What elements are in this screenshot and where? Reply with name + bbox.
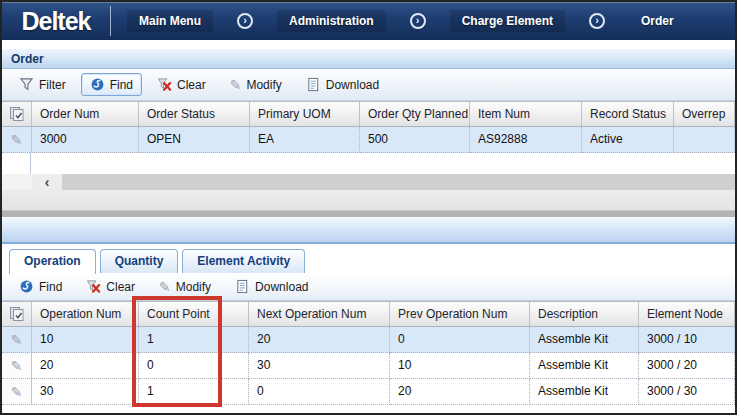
navbar-divider [110, 6, 111, 36]
grid-cell-prev-operation-num: 20 [390, 379, 530, 405]
find-button[interactable]: Find [10, 275, 71, 298]
grid-cell-order-num: 3000 [32, 127, 139, 153]
row-edit-cell[interactable]: ✎ [2, 379, 32, 405]
column-border-line [30, 153, 31, 174]
page-title: Order [11, 52, 44, 66]
grid-cell-operation-num: 30 [32, 379, 139, 405]
column-header-description[interactable]: Description [530, 301, 639, 327]
operation-toolbar: Find Clear ✎ Modify Download [2, 273, 735, 301]
column-header-order-qty-planned[interactable]: Order Qty Planned [360, 101, 470, 127]
filter-icon [19, 77, 34, 92]
grid-cell-count-point: 1 [139, 379, 249, 405]
modify-button[interactable]: ✎ Modify [150, 276, 220, 298]
download-icon [235, 279, 250, 294]
filter-button-label: Filter [39, 78, 66, 92]
find-button-label: Find [110, 78, 133, 92]
grid-cell-next-operation-num: 20 [249, 327, 390, 353]
grid-cell-order-qty-planned: 500 [360, 127, 470, 153]
app-window: Deltek Main Menu › Administration › Char… [0, 0, 737, 415]
modify-pencil-icon: ✎ [159, 280, 171, 294]
order-toolbar: Filter Find Clear ✎ Modify Download [2, 69, 735, 101]
column-header-element-node[interactable]: Element Node [639, 301, 735, 327]
nav-main-menu[interactable]: Main Menu [127, 10, 213, 32]
download-button-label: Download [326, 78, 379, 92]
clear-button[interactable]: Clear [77, 275, 144, 298]
modify-button[interactable]: ✎ Modify [221, 74, 291, 96]
grid-cell-element-node: 3000 / 20 [639, 353, 735, 379]
row-edit-cell[interactable]: ✎ [2, 327, 32, 353]
grid-cell-operation-num: 10 [32, 327, 139, 353]
clear-button-label: Clear [106, 280, 135, 294]
splitter-handle[interactable] [2, 210, 735, 217]
nav-order[interactable]: Order [629, 10, 686, 32]
detail-header-band [2, 217, 735, 244]
find-button[interactable]: Find [81, 73, 142, 96]
column-header-next-operation-num[interactable]: Next Operation Num [249, 301, 390, 327]
column-header-prev-operation-num[interactable]: Prev Operation Num [390, 301, 530, 327]
clear-icon [86, 279, 101, 294]
chevron-circle-icon[interactable]: › [410, 13, 426, 29]
chevron-circle-icon[interactable]: › [237, 13, 253, 29]
column-header-count-point[interactable]: Count Point [139, 301, 249, 327]
grid-cell-description: Assemble Kit [530, 353, 639, 379]
scroll-left-button[interactable]: ‹ [32, 174, 62, 190]
find-icon [19, 279, 34, 294]
clear-button-label: Clear [177, 78, 206, 92]
edit-pencil-icon: ✎ [11, 359, 23, 373]
column-header-item-num[interactable]: Item Num [470, 101, 582, 127]
scrollbar-track[interactable] [62, 174, 735, 190]
download-button[interactable]: Download [297, 73, 388, 96]
grid-cell-description: Assemble Kit [530, 327, 639, 353]
spacer [2, 405, 735, 413]
clear-button[interactable]: Clear [148, 73, 215, 96]
tab-quantity[interactable]: Quantity [100, 249, 179, 273]
tab-operation[interactable]: Operation [9, 249, 96, 274]
filter-button[interactable]: Filter [10, 73, 75, 96]
column-header-record-status[interactable]: Record Status [582, 101, 674, 127]
edit-pencil-icon: ✎ [11, 133, 23, 147]
grid-cell-primary-uom: EA [250, 127, 360, 153]
column-header-operation-num[interactable]: Operation Num [32, 301, 139, 327]
spacer [2, 40, 735, 49]
find-icon [90, 77, 105, 92]
grid-cell-item-num: AS92888 [470, 127, 582, 153]
panel-strip [2, 190, 735, 210]
column-header-order-num[interactable]: Order Num [32, 101, 139, 127]
modify-button-label: Modify [246, 78, 281, 92]
grid-cell-operation-num: 20 [32, 353, 139, 379]
column-header-order-status[interactable]: Order Status [139, 101, 250, 127]
grid-cell-count-point: 1 [139, 327, 249, 353]
nav-administration[interactable]: Administration [277, 10, 386, 32]
edit-pencil-icon: ✎ [11, 385, 23, 399]
select-all-cell[interactable] [2, 301, 32, 327]
download-button[interactable]: Download [226, 275, 317, 298]
grid-cell-next-operation-num: 0 [249, 379, 390, 405]
deltek-logo: Deltek [2, 7, 110, 36]
scroll-left-icon: ‹ [45, 175, 50, 189]
row-edit-cell[interactable]: ✎ [2, 127, 32, 153]
grid-cell-next-operation-num: 30 [249, 353, 390, 379]
edit-pencil-icon: ✎ [11, 333, 23, 347]
operation-grid: Operation Num Count Point Next Operation… [2, 301, 735, 405]
column-header-overrep[interactable]: Overrep [674, 101, 735, 127]
section-header: Order [2, 49, 735, 69]
modify-button-label: Modify [176, 280, 211, 294]
modify-pencil-icon: ✎ [230, 78, 242, 92]
row-edit-cell[interactable]: ✎ [2, 353, 32, 379]
grid-cell-description: Assemble Kit [530, 379, 639, 405]
clear-icon [157, 77, 172, 92]
chevron-circle-icon[interactable]: › [589, 13, 605, 29]
grid-cell-order-status: OPEN [139, 127, 250, 153]
top-navbar: Deltek Main Menu › Administration › Char… [2, 2, 735, 40]
tab-element-activity[interactable]: Element Activity [182, 249, 305, 273]
download-button-label: Download [255, 280, 308, 294]
select-all-icon [9, 306, 25, 322]
spacer [2, 153, 735, 174]
horizontal-scrollbar: ‹ [2, 174, 735, 190]
detail-tabs: Operation Quantity Element Activity [2, 244, 735, 273]
column-header-primary-uom[interactable]: Primary UOM [250, 101, 360, 127]
select-all-cell[interactable] [2, 101, 32, 127]
nav-charge-element[interactable]: Charge Element [450, 10, 565, 32]
chevron-glyph: › [416, 15, 420, 26]
grid-cell-prev-operation-num: 0 [390, 327, 530, 353]
